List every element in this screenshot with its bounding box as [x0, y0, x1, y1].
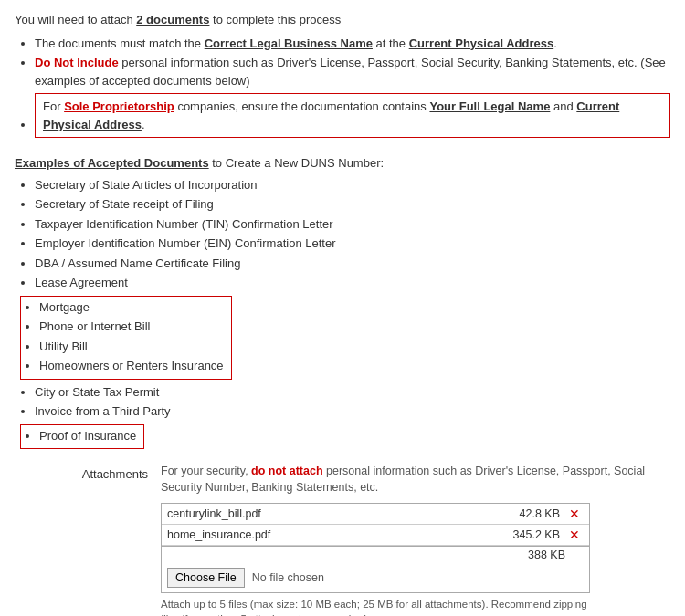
- example-item-7: Mortgage: [39, 298, 224, 317]
- example-item-2: Secretary of State receipt of Filing: [35, 195, 670, 214]
- example-item-1: Secretary of State Articles of Incorpora…: [35, 176, 670, 194]
- example-item-10: Homeowners or Renters Insurance: [39, 357, 224, 375]
- examples-list: Secretary of State Articles of Incorpora…: [15, 176, 670, 292]
- attachments-row: Attachments For your security, do not at…: [15, 464, 670, 616]
- file-instructions: Attach up to 5 files (max size: 10 MB ea…: [161, 597, 590, 616]
- current-physical-address-1: Current Physical Address: [409, 37, 553, 50]
- example-item-8: Phone or Internet Bill: [39, 318, 224, 336]
- intro-bullet-2: Do Not Include personal information such…: [35, 54, 670, 89]
- examples-section: Examples of Accepted Documents to Create…: [15, 154, 670, 449]
- example-item-9: Utility Bill: [39, 338, 224, 356]
- file-upload-row: Choose File No file chosen: [162, 563, 589, 592]
- file-size-2: 345.2 KB: [496, 528, 560, 541]
- red-boxed-list-1: Mortgage Phone or Internet Bill Utility …: [25, 298, 224, 375]
- file-remove-2[interactable]: ✕: [565, 527, 584, 542]
- file-total-row: 388 KB: [162, 546, 589, 563]
- doc-count: 2 documents: [136, 13, 209, 26]
- intro-bullets: The documents must match the Correct Leg…: [15, 35, 670, 141]
- main-container: You will need to attach 2 documents to c…: [15, 11, 670, 616]
- file-remove-1[interactable]: ✕: [565, 506, 584, 521]
- attachments-label: Attachments: [15, 464, 161, 481]
- example-item-3: Taxpayer Identification Number (TIN) Con…: [35, 215, 670, 234]
- examples-title: Examples of Accepted Documents to Create…: [15, 154, 670, 172]
- red-boxed-group-2: Proof of Insurance: [20, 424, 144, 450]
- examples-list-2: City or State Tax Permit Invoice from a …: [15, 383, 670, 421]
- file-name-2: home_insurance.pdf: [167, 528, 496, 541]
- correct-legal-name: Correct Legal Business Name: [205, 37, 373, 50]
- file-size-1: 42.8 KB: [496, 507, 560, 520]
- example-item-13: Proof of Insurance: [39, 427, 136, 445]
- example-item-5: DBA / Assumed Name Certificate Filing: [35, 255, 670, 273]
- red-boxed-list-2: Proof of Insurance: [25, 427, 136, 445]
- full-legal-name: Your Full Legal Name: [429, 99, 550, 113]
- file-total: 388 KB: [528, 548, 565, 561]
- security-notice: For your security, do not attach persona…: [161, 464, 670, 496]
- sole-proprietorship-label: Sole Proprietorship: [64, 99, 174, 113]
- choose-file-button[interactable]: Choose File: [167, 568, 245, 588]
- do-not-include-label: Do Not Include: [35, 56, 119, 69]
- attachments-content: For your security, do not attach persona…: [161, 464, 670, 616]
- file-name-1: centurylink_bill.pdf: [167, 507, 496, 520]
- example-item-12: Invoice from a Third Party: [35, 402, 670, 421]
- accepted-docs-title: Examples of Accepted Documents: [15, 156, 209, 170]
- example-item-11: City or State Tax Permit: [35, 383, 670, 402]
- example-item-6: Lease Agreement: [35, 274, 670, 292]
- file-row-2: home_insurance.pdf 345.2 KB ✕: [162, 525, 589, 546]
- red-boxed-group-1: Mortgage Phone or Internet Bill Utility …: [20, 296, 232, 380]
- intro-main-text: You will need to attach 2 documents to c…: [15, 11, 670, 29]
- sole-proprietorship-box: For Sole Proprietorship companies, ensur…: [35, 93, 670, 138]
- do-not-attach-label: do not attach: [251, 465, 322, 477]
- intro-section: You will need to attach 2 documents to c…: [15, 11, 670, 140]
- intro-bullet-1: The documents must match the Correct Leg…: [35, 35, 670, 53]
- file-table: centurylink_bill.pdf 42.8 KB ✕ home_insu…: [161, 503, 590, 593]
- file-row-1: centurylink_bill.pdf 42.8 KB ✕: [162, 504, 589, 525]
- intro-bullet-3: For Sole Proprietorship companies, ensur…: [35, 91, 670, 140]
- example-item-4: Employer Identification Number (EIN) Con…: [35, 235, 670, 253]
- no-file-label: No file chosen: [252, 571, 324, 584]
